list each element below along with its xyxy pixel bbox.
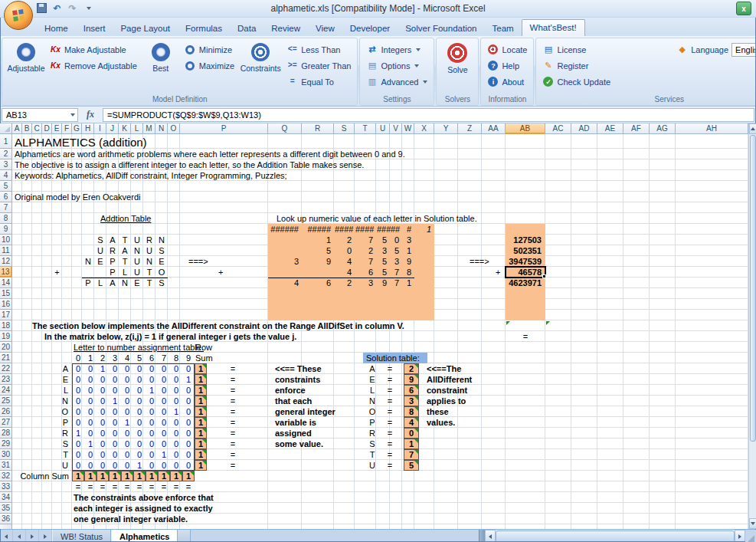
weight-cell[interactable]: #### bbox=[334, 224, 352, 235]
row-header-31[interactable]: 31 bbox=[0, 460, 12, 471]
footer-note[interactable]: each integer is assigned to exactly bbox=[73, 503, 214, 514]
word-letter[interactable]: T bbox=[119, 235, 131, 245]
matrix-cell[interactable]: 0 bbox=[109, 374, 121, 385]
row-sum-header[interactable]: Row bbox=[195, 342, 207, 353]
matrix-note[interactable]: that each bbox=[274, 396, 313, 406]
matrix-cell[interactable]: 1 bbox=[109, 396, 121, 406]
total-cell[interactable]: 4623971 bbox=[506, 278, 542, 288]
column-header-ae[interactable]: AE bbox=[597, 123, 623, 134]
total-cell[interactable]: 502351 bbox=[506, 245, 542, 256]
matrix-row-letter[interactable]: N bbox=[43, 396, 69, 406]
matrix-cell[interactable]: 0 bbox=[133, 396, 146, 406]
column-sum-equals[interactable]: = bbox=[158, 481, 170, 492]
column-header-g[interactable]: G bbox=[72, 123, 82, 134]
matrix-cell[interactable]: 0 bbox=[133, 363, 146, 374]
constraint-equals[interactable]: = bbox=[227, 428, 239, 439]
matrix-cell[interactable]: 1 bbox=[158, 449, 170, 460]
matrix-cell[interactable]: 0 bbox=[133, 406, 146, 417]
matrix-cell[interactable]: 0 bbox=[182, 428, 195, 439]
row-header-19[interactable]: 19 bbox=[0, 331, 12, 342]
word-letter[interactable]: S bbox=[94, 235, 106, 245]
column-sum-label[interactable]: Column Sum bbox=[12, 471, 70, 481]
options-button[interactable]: ▤ Options bbox=[363, 58, 430, 73]
previous-sheet-button[interactable] bbox=[13, 530, 26, 542]
column-header-q[interactable]: Q bbox=[268, 123, 302, 134]
matrix-row-letter[interactable]: T bbox=[43, 449, 69, 460]
row-header-5[interactable]: 5 bbox=[0, 181, 12, 192]
word-letter[interactable]: U bbox=[131, 235, 143, 245]
best-button[interactable]: Best bbox=[140, 40, 182, 90]
matrix-cell[interactable]: 0 bbox=[84, 417, 97, 428]
horizontal-scrollbar[interactable] bbox=[485, 530, 745, 542]
column-sum-equals[interactable]: = bbox=[109, 481, 121, 492]
matrix-note[interactable]: general integer bbox=[274, 406, 336, 417]
close-button[interactable]: x bbox=[736, 2, 751, 15]
constraint-equals[interactable]: = bbox=[227, 363, 239, 374]
weight-cell[interactable]: ##### bbox=[302, 224, 332, 235]
matrix-cell[interactable]: 0 bbox=[170, 449, 182, 460]
ribbon-tab-developer[interactable]: Developer bbox=[342, 21, 398, 36]
sheet-title[interactable]: ALPHAMETICS (addition) bbox=[14, 135, 148, 149]
matrix-cell[interactable]: 0 bbox=[146, 449, 158, 460]
matrix-cell[interactable]: 0 bbox=[121, 406, 133, 417]
matrix-cell[interactable]: 0 bbox=[121, 449, 133, 460]
arrow-text[interactable]: ===> bbox=[469, 256, 490, 267]
insert-function-button[interactable]: fx bbox=[80, 109, 100, 120]
row-header-36[interactable]: 36 bbox=[0, 514, 12, 524]
matrix-cell[interactable]: 0 bbox=[72, 460, 84, 471]
equals-cell[interactable]: = bbox=[506, 331, 545, 342]
matrix-cell[interactable]: 0 bbox=[72, 439, 84, 449]
last-sheet-button[interactable] bbox=[39, 530, 52, 542]
row-header-25[interactable]: 25 bbox=[0, 396, 12, 406]
section-note[interactable]: The section below implements the AllDiff… bbox=[31, 320, 405, 331]
matrix-cell[interactable]: 0 bbox=[121, 460, 133, 471]
matrix-column-header[interactable]: 9 bbox=[182, 353, 195, 363]
solution-equals[interactable]: = bbox=[385, 428, 395, 439]
matrix-cell[interactable]: 0 bbox=[72, 396, 84, 406]
matrix-cell[interactable]: 0 bbox=[158, 428, 170, 439]
word-letter[interactable]: T bbox=[143, 278, 155, 288]
matrix-row-letter[interactable]: A bbox=[43, 363, 69, 374]
solution-letter[interactable]: E bbox=[366, 374, 378, 385]
row-header-17[interactable]: 17 bbox=[0, 310, 12, 320]
word-letter[interactable]: L bbox=[119, 267, 131, 278]
column-header-y[interactable]: Y bbox=[434, 123, 458, 134]
column-header-ab[interactable]: AB bbox=[506, 123, 545, 134]
constraint-equals[interactable]: = bbox=[227, 406, 239, 417]
fill-handle[interactable] bbox=[542, 274, 546, 278]
matrix-cell[interactable]: 0 bbox=[109, 385, 121, 396]
digit-cell[interactable]: 5 bbox=[376, 235, 388, 245]
solution-note[interactable]: applies to bbox=[426, 396, 466, 406]
matrix-cell[interactable]: 0 bbox=[158, 460, 170, 471]
weight-cell[interactable]: # bbox=[402, 224, 412, 235]
column-header-h[interactable]: H bbox=[82, 123, 94, 134]
row-header-14[interactable]: 14 bbox=[0, 278, 12, 288]
matrix-cell[interactable]: 0 bbox=[97, 449, 109, 460]
constraint-equals[interactable]: = bbox=[227, 396, 239, 406]
digit-cell[interactable]: 0 bbox=[390, 235, 400, 245]
row-sum-header[interactable]: Sum bbox=[195, 353, 207, 363]
digit-cell[interactable]: 4 bbox=[334, 256, 352, 267]
column-header-t[interactable]: T bbox=[355, 123, 376, 134]
matrix-cell[interactable]: 0 bbox=[170, 363, 182, 374]
plus-sign[interactable]: + bbox=[495, 267, 501, 278]
ribbon-tab-solver-foundation[interactable]: Solver Foundation bbox=[398, 21, 484, 36]
column-header-ag[interactable]: AG bbox=[650, 123, 676, 134]
column-header-v[interactable]: V bbox=[390, 123, 402, 134]
word-letter[interactable]: R bbox=[106, 245, 119, 256]
word-letter[interactable]: A bbox=[106, 278, 119, 288]
equal-to-button[interactable]: = Equal To bbox=[283, 74, 354, 89]
matrix-cell[interactable]: 0 bbox=[84, 385, 97, 396]
description-line[interactable]: The objective is to assign a different i… bbox=[14, 159, 365, 170]
solution-equals[interactable]: = bbox=[385, 460, 395, 471]
digit-cell[interactable]: 3 bbox=[390, 256, 400, 267]
matrix-cell[interactable]: 1 bbox=[121, 417, 133, 428]
sheet-tab-wb-status[interactable]: WB! Status bbox=[52, 530, 111, 542]
matrix-cell[interactable]: 0 bbox=[84, 460, 97, 471]
digit-cell[interactable]: 5 bbox=[376, 267, 388, 278]
matrix-cell[interactable]: 0 bbox=[72, 417, 84, 428]
digit-cell[interactable]: 6 bbox=[355, 267, 374, 278]
word-letter[interactable]: R bbox=[143, 235, 155, 245]
word-letter[interactable]: U bbox=[143, 245, 155, 256]
total-cell[interactable]: 3947539 bbox=[506, 256, 542, 267]
